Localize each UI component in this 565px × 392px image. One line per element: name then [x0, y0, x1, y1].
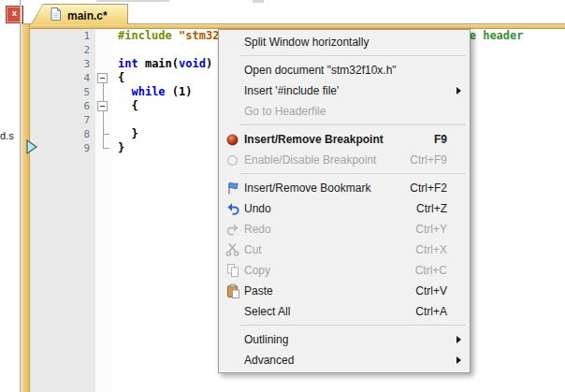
undo-icon [221, 201, 244, 216]
menu-item-label: Cut [244, 243, 415, 256]
code-text: while (1) [113, 85, 192, 99]
code-text [113, 113, 118, 127]
menu-separator [221, 122, 468, 129]
submenu-arrow-icon [456, 336, 461, 343]
menu-item-cut: Cut Ctrl+X [221, 240, 468, 260]
menu-item-label: Split Window horizontally [244, 36, 468, 49]
project-panel: x d.s [0, 0, 20, 392]
fold-line [103, 83, 104, 148]
toolbar-remnant [96, 0, 169, 2]
menu-item-label: Insert/Remove Bookmark [244, 181, 410, 195]
line-number[interactable]: 5 [30, 85, 95, 99]
code-token: } [118, 127, 138, 140]
line-number[interactable]: 3 [30, 57, 95, 71]
editor-frame-left [22, 24, 30, 392]
menu-item-enable-disable-breakpoint: Enable/Disable Breakpoint Ctrl+F9 [221, 150, 468, 170]
project-tree-item[interactable]: d.s [0, 130, 14, 141]
code-token: void [179, 57, 206, 70]
code-token: (1) [166, 85, 193, 98]
menu-item-advanced[interactable]: Advanced [221, 350, 468, 370]
copy-icon [221, 263, 244, 278]
menu-item-go-to-headerfile: Go to Headerfile [221, 101, 468, 122]
document-icon [49, 7, 63, 25]
fold-end-tick [103, 148, 109, 149]
code-token: main( [138, 57, 179, 70]
menu-item-redo: Redo Ctrl+Y [221, 219, 468, 240]
code-text [113, 43, 118, 57]
code-token: { [118, 71, 124, 84]
code-token: { [118, 99, 138, 112]
menu-item-insert-remove-breakpoint[interactable]: Insert/Remove Breakpoint F9 [221, 129, 468, 150]
code-text: { [113, 71, 124, 85]
menu-item-label: Paste [244, 284, 415, 298]
menu-item-label: Enable/Disable Breakpoint [244, 153, 410, 167]
menu-item-split-window-horizontally[interactable]: Split Window horizontally [221, 32, 468, 52]
line-number[interactable]: 9 [30, 141, 95, 155]
menu-item-shortcut: Ctrl+F9 [410, 153, 447, 167]
menu-item-label: Open document "stm32f10x.h" [244, 64, 468, 77]
menu-item-insert-remove-bookmark[interactable]: Insert/Remove Bookmark Ctrl+F2 [221, 178, 468, 198]
menu-item-label: Copy [244, 264, 415, 277]
fold-collapse-box[interactable] [97, 101, 108, 111]
paste-icon [221, 283, 244, 298]
line-number[interactable]: 8 [30, 127, 95, 141]
menu-item-label: Select All [244, 305, 415, 318]
menu-item-undo[interactable]: Undo Ctrl+Z [221, 198, 468, 219]
ide-screen: x d.s main.c* 1 #include "stm32f10x.h" [0, 0, 565, 392]
menu-item-label: Insert '#include file' [244, 84, 468, 97]
menu-item-label: Redo [244, 223, 415, 236]
code-token: ) [206, 57, 212, 70]
fold-overlay [95, 29, 113, 392]
code-text: int main(void) [113, 57, 212, 71]
menu-item-shortcut: F9 [434, 133, 447, 146]
menu-separator [221, 52, 468, 60]
menu-item-paste[interactable]: Paste Ctrl+V [221, 281, 468, 301]
menu-separator [221, 322, 468, 329]
code-token: #include [118, 29, 172, 42]
line-number[interactable]: 4 [30, 71, 95, 85]
margin-marker-icon [26, 139, 38, 158]
redo-icon [221, 222, 244, 237]
line-number[interactable]: 2 [30, 43, 95, 57]
menu-item-label: Go to Headerfile [244, 105, 468, 118]
code-text: } [113, 127, 138, 141]
tab-label: main.c* [67, 9, 108, 22]
menu-item-label: Advanced [244, 354, 468, 367]
menu-item-select-all[interactable]: Select All Ctrl+A [221, 301, 468, 322]
code-token: } [118, 141, 124, 154]
code-text: { [113, 99, 138, 113]
menu-item-label: Insert/Remove Breakpoint [244, 133, 434, 146]
menu-item-shortcut: Ctrl+Z [416, 202, 447, 215]
submenu-arrow-icon [456, 356, 461, 364]
line-number[interactable]: 1 [30, 29, 95, 43]
line-number[interactable]: 7 [30, 113, 95, 127]
menu-item-outlining[interactable]: Outlining [221, 329, 468, 350]
breakpoint-icon [221, 133, 244, 147]
fold-end-tick [103, 134, 109, 135]
menu-item-label: Undo [244, 202, 416, 215]
breakpoint-disabled-icon [221, 153, 244, 167]
menu-item-shortcut: Ctrl+X [415, 243, 447, 256]
menu-item-insert-include-file[interactable]: Insert '#include file' [221, 80, 468, 101]
submenu-arrow-icon [456, 87, 461, 94]
menu-item-shortcut: Ctrl+C [415, 264, 447, 277]
menu-item-shortcut: Ctrl+V [415, 284, 447, 298]
toolbar-remnant [253, 0, 264, 3]
line-number[interactable]: 6 [30, 99, 95, 113]
menu-separator [221, 170, 468, 178]
code-token: while [131, 85, 165, 98]
menu-item-shortcut: Ctrl+A [415, 305, 447, 318]
fold-collapse-box[interactable] [97, 73, 108, 83]
menu-item-open-document-stm32f10x-h[interactable]: Open document "stm32f10x.h" [221, 60, 468, 80]
menu-item-shortcut: Ctrl+F2 [410, 181, 447, 195]
code-text: } [113, 141, 124, 155]
code-token: int [118, 57, 138, 70]
menu-item-shortcut: Ctrl+Y [415, 223, 447, 236]
menu-item-copy: Copy Ctrl+C [221, 260, 468, 281]
code-token [172, 29, 179, 42]
menu-item-label: Outlining [244, 333, 468, 346]
cut-icon [221, 242, 244, 257]
tab-main-c[interactable]: main.c* [31, 4, 128, 24]
bookmark-flag-icon [221, 181, 244, 196]
code-token [118, 85, 131, 98]
